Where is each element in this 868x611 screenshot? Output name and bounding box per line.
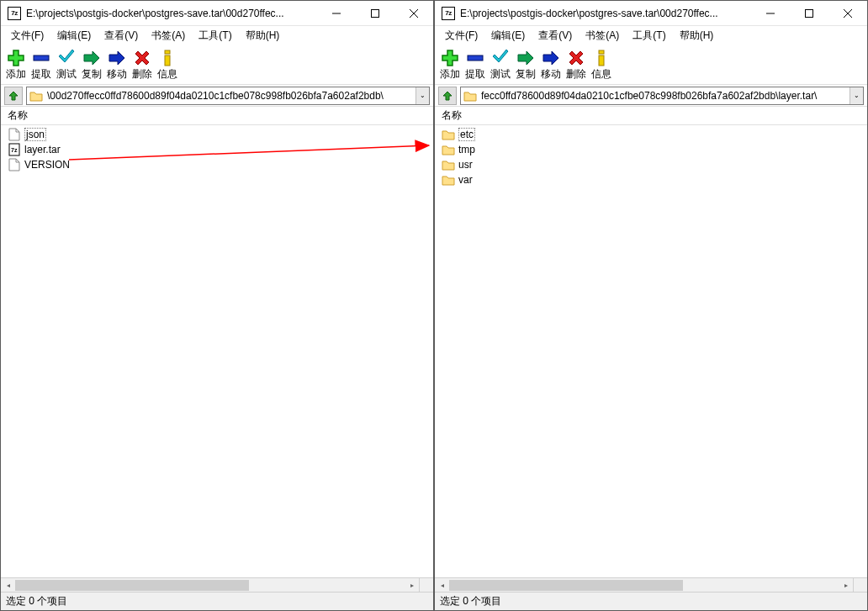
tool-info[interactable]: 信息 xyxy=(590,46,613,80)
window-right: 7z E:\projects\postgis-docker\postgres-s… xyxy=(434,0,868,611)
menubar: 文件(F) 编辑(E) 查看(V) 书签(A) 工具(T) 帮助(H) xyxy=(1,26,433,45)
tool-extract[interactable]: 提取 xyxy=(29,46,53,80)
tool-copy-label: 复制 xyxy=(82,68,102,80)
info-icon xyxy=(157,48,177,68)
status-text: 选定 0 个项目 xyxy=(440,594,501,608)
tool-move[interactable]: 移动 xyxy=(539,46,563,80)
tool-delete-label: 删除 xyxy=(566,68,586,80)
path-text: \00d270ffecc0ffd78600d89f04da0210c1cfbe0… xyxy=(45,90,415,102)
toolbar: 添加 提取 测试 复制 移动 删除 信息 xyxy=(435,45,867,85)
tool-delete[interactable]: 删除 xyxy=(130,46,154,80)
column-header-name[interactable]: 名称 xyxy=(435,107,867,125)
folder-icon xyxy=(442,143,455,156)
minus-icon xyxy=(465,48,485,68)
menu-view[interactable]: 查看(V) xyxy=(98,27,145,45)
tool-test[interactable]: 测试 xyxy=(489,46,512,80)
tool-copy[interactable]: 复制 xyxy=(514,46,537,80)
up-button[interactable] xyxy=(438,87,457,105)
file-row[interactable]: VERSION xyxy=(1,157,433,172)
scroll-track[interactable] xyxy=(449,578,839,592)
titlebar[interactable]: 7z E:\projects\postgis-docker\postgres-s… xyxy=(1,1,433,26)
menu-tools[interactable]: 工具(T) xyxy=(626,27,672,45)
scroll-thumb[interactable] xyxy=(449,580,683,591)
svg-rect-13 xyxy=(468,55,483,61)
tool-copy[interactable]: 复制 xyxy=(80,46,103,80)
scroll-left-button[interactable]: ◂ xyxy=(435,578,449,593)
copy-arrow-icon xyxy=(516,48,536,68)
tool-info-label: 信息 xyxy=(157,68,177,80)
file-row[interactable]: 7z layer.tar xyxy=(1,142,433,157)
file-list-body[interactable]: json 7z layer.tar VERSION xyxy=(1,125,433,577)
file-name: etc xyxy=(458,128,475,141)
menu-help[interactable]: 帮助(H) xyxy=(673,27,721,45)
scroll-right-button[interactable]: ▸ xyxy=(839,578,853,593)
statusbar: 选定 0 个项目 xyxy=(435,592,867,610)
minimize-button[interactable] xyxy=(317,1,356,25)
app-icon: 7z xyxy=(8,7,21,20)
tool-info[interactable]: 信息 xyxy=(156,46,179,80)
window-left: 7z E:\projects\postgis-docker\postgres-s… xyxy=(0,0,434,611)
path-dropdown-button[interactable]: ⌄ xyxy=(849,87,863,104)
window-controls xyxy=(751,1,867,25)
path-dropdown-button[interactable]: ⌄ xyxy=(415,87,429,104)
file-list: 名称 json 7z layer.tar VERSION ◂ ▸ xyxy=(1,107,433,592)
minimize-button[interactable] xyxy=(751,1,790,25)
menu-bookmarks[interactable]: 书签(A) xyxy=(579,27,626,45)
file-icon xyxy=(8,128,21,141)
file-row[interactable]: usr xyxy=(435,157,867,172)
menu-file[interactable]: 文件(F) xyxy=(4,27,50,45)
toolbar: 添加 提取 测试 复制 移动 删除 信息 xyxy=(1,45,433,85)
scroll-track[interactable] xyxy=(15,578,405,592)
plus-icon xyxy=(440,48,460,68)
file-icon xyxy=(8,158,21,171)
close-button[interactable] xyxy=(828,1,867,25)
close-button[interactable] xyxy=(394,1,433,25)
scroll-left-button[interactable]: ◂ xyxy=(1,578,15,593)
horizontal-scrollbar[interactable]: ◂ ▸ xyxy=(435,577,867,592)
tool-delete[interactable]: 删除 xyxy=(564,46,588,80)
file-row[interactable]: etc xyxy=(435,127,867,142)
path-input[interactable]: \00d270ffecc0ffd78600d89f04da0210c1cfbe0… xyxy=(26,87,430,105)
file-list: 名称 etc tmp usr var ◂ ▸ xyxy=(435,107,867,592)
file-name: json xyxy=(24,128,46,141)
scroll-thumb[interactable] xyxy=(15,580,249,591)
file-row[interactable]: json xyxy=(1,127,433,142)
svg-rect-4 xyxy=(34,55,49,61)
titlebar[interactable]: 7z E:\projects\postgis-docker\postgres-s… xyxy=(435,1,867,26)
tool-move[interactable]: 移动 xyxy=(105,46,129,80)
menu-tools[interactable]: 工具(T) xyxy=(192,27,238,45)
delete-x-icon xyxy=(566,48,586,68)
horizontal-scrollbar[interactable]: ◂ ▸ xyxy=(1,577,433,592)
menu-bookmarks[interactable]: 书签(A) xyxy=(145,27,192,45)
path-input[interactable]: fecc0ffd78600d89f04da0210c1cfbe078c998fb… xyxy=(460,87,864,105)
file-list-body[interactable]: etc tmp usr var xyxy=(435,125,867,577)
tool-info-label: 信息 xyxy=(591,68,611,80)
svg-rect-10 xyxy=(806,9,813,17)
file-row[interactable]: var xyxy=(435,172,867,187)
tool-add-label: 添加 xyxy=(440,68,460,80)
menu-help[interactable]: 帮助(H) xyxy=(239,27,287,45)
archive-icon: 7z xyxy=(8,143,21,156)
app-icon: 7z xyxy=(442,7,455,20)
svg-rect-5 xyxy=(165,50,170,54)
tool-add[interactable]: 添加 xyxy=(438,46,462,80)
maximize-button[interactable] xyxy=(356,1,394,25)
up-button[interactable] xyxy=(4,87,23,105)
pathbar: fecc0ffd78600d89f04da0210c1cfbe078c998fb… xyxy=(435,85,867,107)
tool-extract[interactable]: 提取 xyxy=(463,46,487,80)
column-header-name[interactable]: 名称 xyxy=(1,107,433,125)
info-icon xyxy=(591,48,611,68)
tool-add[interactable]: 添加 xyxy=(4,46,28,80)
maximize-button[interactable] xyxy=(790,1,828,25)
tool-extract-label: 提取 xyxy=(465,68,485,80)
menu-edit[interactable]: 编辑(E) xyxy=(484,27,532,45)
file-name: tmp xyxy=(458,144,475,155)
menu-file[interactable]: 文件(F) xyxy=(438,27,484,45)
menu-view[interactable]: 查看(V) xyxy=(532,27,579,45)
menu-edit[interactable]: 编辑(E) xyxy=(50,27,98,45)
scroll-right-button[interactable]: ▸ xyxy=(405,578,419,593)
file-name: var xyxy=(458,174,473,186)
window-title: E:\projects\postgis-docker\postgres-save… xyxy=(460,8,751,19)
file-row[interactable]: tmp xyxy=(435,142,867,157)
tool-test[interactable]: 测试 xyxy=(55,46,78,80)
